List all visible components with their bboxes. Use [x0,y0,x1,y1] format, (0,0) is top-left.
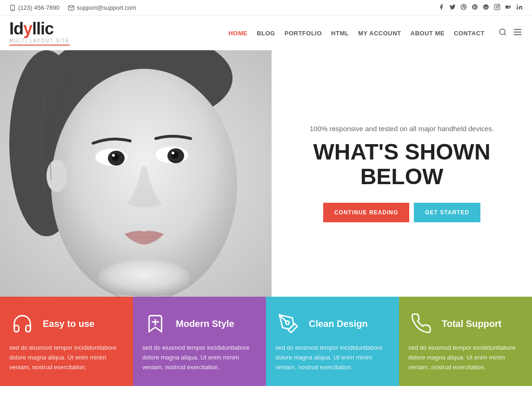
features-section: Easy to use sed do eiusmod tempor incidi… [0,297,532,386]
feature-title-clean: Clean Design [309,319,368,329]
svg-point-6 [486,7,486,7]
nav-blog[interactable]: BLOG [257,30,275,37]
feature-title-modern: Modern Style [176,319,234,329]
headphones-icon [9,311,35,337]
feature-header-modern: Modern Style [142,311,257,337]
social-links [438,4,523,12]
feature-header-clean: Clean Design [275,311,390,337]
hero-content: 100% responsive and tested on all major … [272,50,532,297]
continue-reading-button[interactable]: CONTINUE READING [323,203,409,222]
phone-support-icon [408,311,434,337]
pen-icon [275,311,301,337]
svg-point-1 [12,9,13,9]
behance-icon[interactable] [505,4,512,12]
nav-home[interactable]: HOME [228,30,247,37]
svg-point-4 [483,4,489,10]
feature-text-clean: sed do eiusmod tempor incididuntlabore d… [275,343,390,372]
hero-title: WHAT'S SHOWN BELOW [290,140,513,189]
svg-point-9 [499,5,499,6]
instagram-icon[interactable] [494,4,500,12]
hero-sub-text: 100% responsive and tested on all major … [310,125,494,133]
feature-card-support: Total Support sed do eiusmod tempor inci… [399,297,532,386]
phone-info: (123) 456-7890 [9,4,60,11]
facebook-icon[interactable] [438,4,445,12]
reddit-icon[interactable] [483,4,489,12]
svg-point-11 [499,29,505,34]
search-icon[interactable] [499,28,507,39]
nav-myaccount[interactable]: MY ACCOUNT [358,30,401,37]
feature-text-easy: sed do eiusmod tempor incididuntlabore d… [9,343,124,372]
logo-text: Idyllic [9,20,70,37]
svg-point-33 [286,321,289,325]
svg-point-10 [517,4,518,5]
svg-line-12 [504,33,505,35]
feature-text-support: sed do eiusmod tempor incididuntlabore d… [408,343,523,372]
dribbble-icon[interactable] [460,4,467,12]
email-info: support@support.com [68,4,136,11]
svg-point-5 [485,7,486,7]
logo-line [9,45,70,46]
menu-icon[interactable] [512,27,523,40]
hero-image [0,50,279,297]
hero-buttons: CONTINUE READING GET STARTED [323,203,480,222]
feature-card-easy: Easy to use sed do eiusmod tempor incidi… [0,297,133,386]
feature-card-modern: Modern Style sed do eiusmod tempor incid… [133,297,266,386]
svg-point-8 [496,6,499,8]
logo[interactable]: Idyllic Multi Layout Site [9,20,70,46]
feature-title-easy: Easy to use [43,319,94,329]
main-nav: HOME BLOG PORTFOLIO HTML MY ACCOUNT ABOU… [228,27,523,40]
twitter-icon[interactable] [449,4,456,12]
svg-rect-7 [494,4,500,10]
hero-section: 100% responsive and tested on all major … [0,50,532,297]
bookmark-icon [142,311,168,337]
feature-text-modern: sed do eiusmod tempor incididuntlabore d… [142,343,257,372]
svg-point-30 [98,259,191,297]
feature-title-support: Total Support [442,319,502,329]
email-address: support@support.com [77,4,136,11]
nav-contact[interactable]: CONTACT [454,30,485,37]
feature-header-easy: Easy to use [9,311,124,337]
svg-point-29 [47,160,67,192]
logo-sub: Multi Layout Site [9,38,70,43]
feature-card-clean: Clean Design sed do eiusmod tempor incid… [266,297,399,386]
get-started-button[interactable]: GET STARTED [414,203,480,222]
svg-point-24 [112,154,115,157]
phone-number: (123) 456-7890 [18,4,60,11]
top-bar: (123) 456-7890 support@support.com [0,0,532,16]
nav-icons [499,27,523,40]
header: Idyllic Multi Layout Site HOME BLOG PORT… [0,16,532,50]
nav-portfolio[interactable]: PORTFOLIO [285,30,322,37]
svg-point-28 [172,152,174,154]
nav-aboutme[interactable]: ABOUT ME [411,30,445,37]
nav-html[interactable]: HTML [331,30,349,37]
feature-header-support: Total Support [408,311,523,337]
pinterest-icon[interactable] [472,4,478,12]
linkedin-icon[interactable] [516,4,523,12]
top-bar-contact: (123) 456-7890 support@support.com [9,4,136,11]
